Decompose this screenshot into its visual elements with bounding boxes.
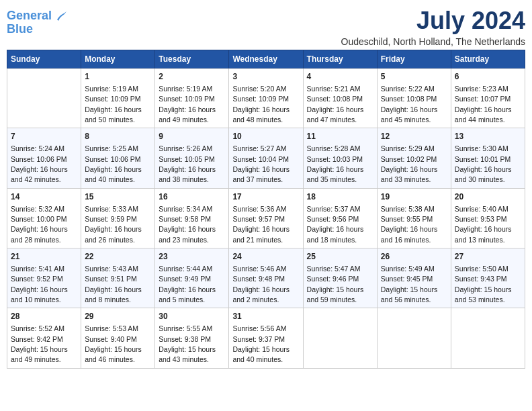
day-info: Sunrise: 5:47 AM Sunset: 9:46 PM Dayligh… [307, 265, 364, 304]
day-cell: 8Sunrise: 5:25 AM Sunset: 10:06 PM Dayli… [81, 128, 155, 188]
day-cell: 10Sunrise: 5:27 AM Sunset: 10:04 PM Dayl… [229, 128, 303, 188]
day-cell: 19Sunrise: 5:38 AM Sunset: 9:55 PM Dayli… [377, 188, 451, 248]
header-cell-tuesday: Tuesday [155, 50, 229, 68]
day-info: Sunrise: 5:52 AM Sunset: 9:42 PM Dayligh… [11, 324, 68, 363]
title-block: July 2024 Oudeschild, North Holland, The… [341, 7, 525, 47]
day-info: Sunrise: 5:53 AM Sunset: 9:40 PM Dayligh… [85, 324, 142, 363]
day-number: 3 [232, 71, 299, 83]
day-cell: 25Sunrise: 5:47 AM Sunset: 9:46 PM Dayli… [303, 248, 377, 308]
day-info: Sunrise: 5:46 AM Sunset: 9:48 PM Dayligh… [232, 265, 290, 304]
day-cell: 31Sunrise: 5:56 AM Sunset: 9:37 PM Dayli… [229, 308, 303, 368]
day-info: Sunrise: 5:50 AM Sunset: 9:43 PM Dayligh… [455, 265, 512, 304]
day-number: 10 [232, 131, 299, 142]
day-cell: 16Sunrise: 5:34 AM Sunset: 9:58 PM Dayli… [155, 188, 229, 248]
day-cell: 30Sunrise: 5:55 AM Sunset: 9:38 PM Dayli… [155, 308, 229, 368]
day-cell: 7Sunrise: 5:24 AM Sunset: 10:06 PM Dayli… [7, 128, 81, 188]
day-number: 6 [455, 71, 521, 83]
day-number: 26 [381, 251, 447, 263]
day-info: Sunrise: 5:27 AM Sunset: 10:04 PM Daylig… [232, 144, 290, 183]
week-row-1: 1Sunrise: 5:19 AM Sunset: 10:09 PM Dayli… [7, 68, 525, 128]
day-info: Sunrise: 5:49 AM Sunset: 9:45 PM Dayligh… [381, 265, 438, 304]
day-cell: 12Sunrise: 5:29 AM Sunset: 10:02 PM Dayl… [377, 128, 451, 188]
day-number: 24 [232, 251, 299, 263]
day-cell: 6Sunrise: 5:23 AM Sunset: 10:07 PM Dayli… [451, 68, 525, 128]
day-cell: 20Sunrise: 5:40 AM Sunset: 9:53 PM Dayli… [451, 188, 525, 248]
location-title: Oudeschild, North Holland, The Netherlan… [341, 36, 525, 47]
day-info: Sunrise: 5:55 AM Sunset: 9:38 PM Dayligh… [159, 324, 216, 363]
calendar-header-row: SundayMondayTuesdayWednesdayThursdayFrid… [7, 50, 525, 68]
day-info: Sunrise: 5:37 AM Sunset: 9:56 PM Dayligh… [307, 205, 364, 244]
day-number: 19 [381, 191, 447, 203]
day-number: 20 [455, 191, 521, 203]
day-info: Sunrise: 5:41 AM Sunset: 9:52 PM Dayligh… [11, 265, 68, 304]
day-info: Sunrise: 5:56 AM Sunset: 9:37 PM Dayligh… [232, 324, 290, 363]
month-title: July 2024 [341, 7, 525, 35]
header-cell-friday: Friday [377, 50, 451, 68]
day-cell: 1Sunrise: 5:19 AM Sunset: 10:09 PM Dayli… [81, 68, 155, 128]
calendar-body: 1Sunrise: 5:19 AM Sunset: 10:09 PM Dayli… [7, 68, 525, 369]
day-number: 2 [159, 71, 225, 83]
day-cell: 23Sunrise: 5:44 AM Sunset: 9:49 PM Dayli… [155, 248, 229, 308]
day-number: 5 [381, 71, 447, 83]
day-number: 16 [159, 191, 225, 203]
day-cell [451, 308, 525, 368]
day-number: 14 [11, 191, 77, 203]
day-number: 15 [85, 191, 151, 203]
day-info: Sunrise: 5:21 AM Sunset: 10:08 PM Daylig… [307, 85, 364, 124]
day-info: Sunrise: 5:20 AM Sunset: 10:09 PM Daylig… [232, 85, 290, 124]
day-number: 18 [307, 191, 373, 203]
day-cell: 4Sunrise: 5:21 AM Sunset: 10:08 PM Dayli… [303, 68, 377, 128]
day-info: Sunrise: 5:24 AM Sunset: 10:06 PM Daylig… [11, 144, 68, 183]
header-cell-saturday: Saturday [451, 50, 525, 68]
day-info: Sunrise: 5:22 AM Sunset: 10:08 PM Daylig… [381, 85, 438, 124]
day-info: Sunrise: 5:34 AM Sunset: 9:58 PM Dayligh… [159, 205, 216, 244]
day-cell [377, 308, 451, 368]
week-row-2: 7Sunrise: 5:24 AM Sunset: 10:06 PM Dayli… [7, 128, 525, 188]
day-info: Sunrise: 5:33 AM Sunset: 9:59 PM Dayligh… [85, 205, 142, 244]
day-info: Sunrise: 5:23 AM Sunset: 10:07 PM Daylig… [455, 85, 512, 124]
day-info: Sunrise: 5:38 AM Sunset: 9:55 PM Dayligh… [381, 205, 438, 244]
day-info: Sunrise: 5:28 AM Sunset: 10:03 PM Daylig… [307, 144, 364, 183]
day-cell [7, 68, 81, 128]
day-number: 7 [11, 131, 77, 142]
day-cell: 3Sunrise: 5:20 AM Sunset: 10:09 PM Dayli… [229, 68, 303, 128]
week-row-4: 21Sunrise: 5:41 AM Sunset: 9:52 PM Dayli… [7, 248, 525, 308]
logo-text: General [7, 9, 68, 23]
day-cell: 17Sunrise: 5:36 AM Sunset: 9:57 PM Dayli… [229, 188, 303, 248]
day-info: Sunrise: 5:26 AM Sunset: 10:05 PM Daylig… [159, 144, 216, 183]
calendar-table: SundayMondayTuesdayWednesdayThursdayFrid… [7, 50, 525, 369]
day-cell: 21Sunrise: 5:41 AM Sunset: 9:52 PM Dayli… [7, 248, 81, 308]
day-cell: 14Sunrise: 5:32 AM Sunset: 10:00 PM Dayl… [7, 188, 81, 248]
week-row-5: 28Sunrise: 5:52 AM Sunset: 9:42 PM Dayli… [7, 308, 525, 368]
day-number: 22 [85, 251, 151, 263]
day-cell: 5Sunrise: 5:22 AM Sunset: 10:08 PM Dayli… [377, 68, 451, 128]
day-number: 31 [232, 311, 299, 322]
day-info: Sunrise: 5:44 AM Sunset: 9:49 PM Dayligh… [159, 265, 216, 304]
day-number: 23 [159, 251, 225, 263]
day-number: 4 [307, 71, 373, 83]
day-info: Sunrise: 5:32 AM Sunset: 10:00 PM Daylig… [11, 205, 68, 244]
day-number: 12 [381, 131, 447, 142]
day-info: Sunrise: 5:30 AM Sunset: 10:01 PM Daylig… [455, 144, 512, 183]
day-info: Sunrise: 5:25 AM Sunset: 10:06 PM Daylig… [85, 144, 142, 183]
day-info: Sunrise: 5:36 AM Sunset: 9:57 PM Dayligh… [232, 205, 290, 244]
day-cell: 28Sunrise: 5:52 AM Sunset: 9:42 PM Dayli… [7, 308, 81, 368]
logo-bird-icon [56, 10, 68, 22]
day-number: 27 [455, 251, 521, 263]
day-cell: 26Sunrise: 5:49 AM Sunset: 9:45 PM Dayli… [377, 248, 451, 308]
day-info: Sunrise: 5:40 AM Sunset: 9:53 PM Dayligh… [455, 205, 512, 244]
logo-blue-text: Blue [7, 23, 33, 36]
day-cell: 2Sunrise: 5:19 AM Sunset: 10:09 PM Dayli… [155, 68, 229, 128]
day-number: 30 [159, 311, 225, 322]
day-cell: 22Sunrise: 5:43 AM Sunset: 9:51 PM Dayli… [81, 248, 155, 308]
day-info: Sunrise: 5:29 AM Sunset: 10:02 PM Daylig… [381, 144, 438, 183]
page-header: General Blue July 2024 Oudeschild, North… [7, 7, 525, 47]
header-cell-monday: Monday [81, 50, 155, 68]
day-cell: 13Sunrise: 5:30 AM Sunset: 10:01 PM Dayl… [451, 128, 525, 188]
day-cell: 18Sunrise: 5:37 AM Sunset: 9:56 PM Dayli… [303, 188, 377, 248]
day-number: 11 [307, 131, 373, 142]
day-number: 29 [85, 311, 151, 322]
day-number: 8 [85, 131, 151, 142]
day-cell: 27Sunrise: 5:50 AM Sunset: 9:43 PM Dayli… [451, 248, 525, 308]
header-cell-thursday: Thursday [303, 50, 377, 68]
